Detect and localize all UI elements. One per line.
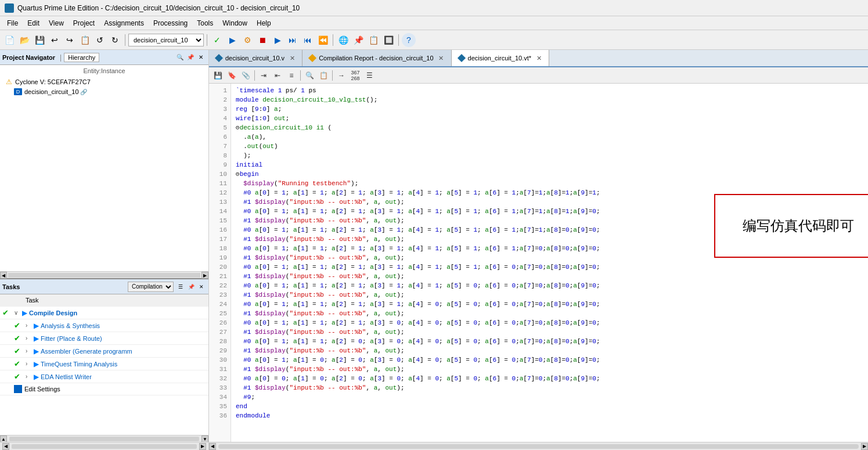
menu-help[interactable]: Help: [252, 18, 276, 28]
hierarchy-tab[interactable]: Hierarchy: [64, 53, 99, 62]
ln-20: 20: [209, 262, 230, 272]
stop-button[interactable]: ⏹: [255, 33, 269, 47]
menu-file[interactable]: File: [2, 18, 23, 28]
nav-scroll-left[interactable]: ◀: [0, 272, 7, 279]
nav-close-button[interactable]: ✕: [196, 52, 206, 63]
task-row-compile[interactable]: ✔ ∨ ▶ Compile Design: [0, 307, 208, 319]
task-row-assembler[interactable]: ✔ › ▶ Assembler (Generate programm: [0, 345, 208, 358]
pin-button[interactable]: 📌: [351, 33, 365, 47]
menu-tools[interactable]: Tools: [192, 18, 218, 28]
tasks-pin-button[interactable]: 📌: [186, 282, 196, 291]
ed-list2-button[interactable]: ☰: [363, 69, 376, 82]
task-row-edit-settings[interactable]: Edit Settings: [0, 383, 208, 395]
task-play-compile[interactable]: ▶: [22, 309, 27, 317]
task-expand-fitter[interactable]: ›: [26, 335, 34, 341]
rotate-button[interactable]: ↺: [93, 33, 107, 47]
task-expand-assembler[interactable]: ›: [26, 348, 34, 354]
tab2-close[interactable]: ✕: [437, 54, 445, 62]
run-button[interactable]: ▶: [225, 33, 239, 47]
code-scroll-right[interactable]: ▶: [861, 443, 868, 450]
rewind-button[interactable]: ⏪: [316, 33, 330, 47]
tasks-dropdown[interactable]: Compilation: [128, 282, 174, 292]
task-expand-compile[interactable]: ∨: [14, 309, 22, 316]
ed-indent-button[interactable]: ⇥: [257, 69, 270, 82]
redo-button[interactable]: ↪: [63, 33, 77, 47]
menu-window[interactable]: Window: [218, 18, 252, 28]
menu-assignments[interactable]: Assignments: [99, 18, 149, 28]
tasks-scroll-track[interactable]: [9, 437, 199, 441]
code-scroll-track[interactable]: [218, 444, 859, 449]
copy-button[interactable]: 📋: [78, 33, 92, 47]
task-play-assembler[interactable]: ▶: [34, 347, 39, 355]
nav-hscroll: ◀ ▶: [0, 272, 208, 279]
new-project-button[interactable]: 📄: [2, 33, 16, 47]
help2-button[interactable]: ?: [402, 33, 416, 47]
tab3-close[interactable]: ✕: [535, 54, 543, 62]
nav-scroll-track[interactable]: [8, 273, 200, 278]
ed-linenum-button[interactable]: 367268: [349, 69, 362, 82]
task-row-fitter[interactable]: ✔ › ▶ Fitter (Place & Route): [0, 332, 208, 345]
rotate2-button[interactable]: ↻: [108, 33, 122, 47]
ed-save-button[interactable]: 💾: [211, 69, 224, 82]
editor-toolbar: 💾 🔖 📎 ⇥ ⇤ ≡ 🔍 📋 → 367268 ☰: [209, 67, 868, 84]
tab-compilation-report[interactable]: Compilation Report - decision_circuit_10…: [302, 50, 451, 67]
left-nav-track[interactable]: [12, 444, 197, 449]
step3-button[interactable]: ⏮: [301, 33, 315, 47]
chip-button[interactable]: 🔲: [381, 33, 395, 47]
list-button[interactable]: 📋: [366, 33, 380, 47]
task-play-fitter[interactable]: ▶: [34, 334, 39, 343]
task-expand-timequest[interactable]: ›: [26, 361, 34, 367]
analyze-button[interactable]: ⚙: [240, 33, 254, 47]
cyclone-item[interactable]: ⚠ Cyclone V: 5CEFA7F27C7: [2, 77, 206, 87]
tasks-list-button[interactable]: ☰: [176, 282, 185, 291]
ed-bookmark-button[interactable]: 🔖: [225, 69, 238, 82]
task-expand-analysis[interactable]: ›: [26, 322, 34, 329]
entity-label: Entity:Instance: [2, 67, 206, 74]
task-row-analysis[interactable]: ✔ › ▶ Analysis & Synthesis: [0, 319, 208, 332]
task-play-eda[interactable]: ▶: [34, 373, 39, 381]
task-expand-eda[interactable]: ›: [26, 373, 34, 380]
ed-goto-button[interactable]: →: [335, 69, 348, 82]
task-row-eda[interactable]: ✔ › ▶ EDA Netlist Writer: [0, 370, 208, 383]
project-dropdown[interactable]: decision_circuit_10: [128, 34, 204, 46]
task-row-timequest[interactable]: ✔ › ▶ TimeQuest Timing Analysis: [0, 358, 208, 370]
ed-bookmark2-button[interactable]: 📎: [239, 69, 252, 82]
task-play-timequest[interactable]: ▶: [34, 360, 39, 368]
left-nav-right[interactable]: ▶: [199, 443, 206, 450]
nav-scrollbar[interactable]: ◀ ▶: [0, 271, 208, 278]
task-play-analysis[interactable]: ▶: [34, 322, 39, 330]
ed-format-button[interactable]: ≡: [285, 69, 298, 82]
code-scroll-left[interactable]: ◀: [209, 443, 216, 450]
step-button[interactable]: ▶: [271, 33, 284, 47]
code-content[interactable]: `timescale 1 ps/ 1 ps module decision_ci…: [231, 84, 868, 442]
ed-template-button[interactable]: 📋: [317, 69, 330, 82]
menu-edit[interactable]: Edit: [23, 18, 44, 28]
tab-vt-active[interactable]: decision_circuit_10.vt* ✕: [452, 50, 549, 67]
save-button[interactable]: 💾: [33, 33, 46, 47]
toolbar-sep2: [207, 34, 207, 46]
nav-search-button[interactable]: 🔍: [175, 52, 185, 63]
ed-find-button[interactable]: 🔍: [303, 69, 316, 82]
design-icon: D: [14, 88, 22, 95]
check-button[interactable]: ✓: [210, 33, 224, 47]
nav-scroll-right[interactable]: ▶: [201, 272, 208, 279]
tasks-close-button[interactable]: ✕: [197, 282, 206, 291]
menu-project[interactable]: Project: [69, 18, 99, 28]
design-item[interactable]: D decision_circuit_10 🔗: [2, 87, 206, 96]
open-button[interactable]: 📂: [17, 33, 31, 47]
editor-hscroll[interactable]: ◀ ▶: [209, 442, 868, 450]
tab1-close[interactable]: ✕: [288, 54, 296, 62]
ln-32: 32: [209, 374, 230, 383]
ed-outdent-button[interactable]: ⇤: [271, 69, 284, 82]
ln-3: 3: [209, 105, 230, 114]
undo-button[interactable]: ↩: [48, 33, 62, 47]
globe-button[interactable]: 🌐: [336, 33, 350, 47]
code-editor[interactable]: 1 2 3 4 5 6 7 8 9 10 11 12 13 14 15 16 1: [209, 84, 868, 442]
tab-verilog[interactable]: decision_circuit_10.v ✕: [209, 50, 302, 67]
menu-view[interactable]: View: [44, 18, 69, 28]
left-nav-left[interactable]: ◀: [2, 443, 9, 450]
tasks-scrollbar[interactable]: ▲ ▼: [0, 435, 208, 442]
menu-processing[interactable]: Processing: [149, 18, 192, 28]
step2-button[interactable]: ⏭: [286, 33, 300, 47]
nav-pin-button[interactable]: 📌: [185, 52, 196, 63]
